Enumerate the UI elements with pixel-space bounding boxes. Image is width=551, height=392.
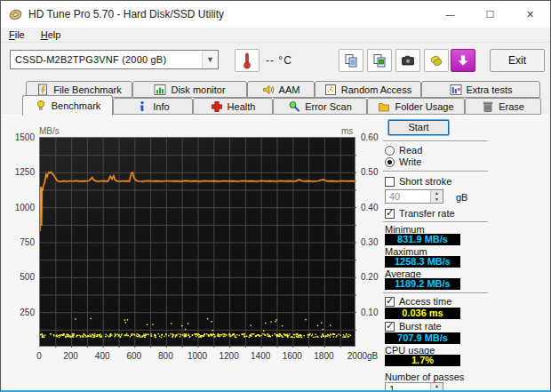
minimize-button[interactable]: — — [430, 1, 470, 28]
temperature-value: -- °C — [266, 54, 292, 67]
checkbox-icon[interactable] — [385, 322, 395, 332]
burst-rate-label: Burst rate — [399, 321, 442, 332]
short-stroke-label: Short stroke — [399, 176, 451, 187]
y-left-unit: MB/s — [39, 126, 60, 136]
toolbar: CSSD-M2B2TPG3VNF (2000 gB) ▼ -- °C — [1, 43, 550, 79]
radio-icon[interactable] — [385, 157, 395, 167]
tab-label: Folder Usage — [395, 101, 453, 112]
start-button[interactable]: Start — [388, 120, 449, 135]
x-axis-tick: 1400 — [251, 351, 270, 361]
tab-extra-tests[interactable]: Extra tests — [421, 81, 540, 98]
chevron-down-icon[interactable]: ▼ — [202, 51, 218, 68]
tab-label: Error Scan — [305, 101, 352, 112]
y-right-tick: 0.60 — [361, 132, 378, 142]
benchmark-icon — [35, 100, 47, 112]
y-right-tick: 0.50 — [361, 167, 378, 177]
access-time-value: 0.036 ms — [385, 308, 460, 319]
temperature-button[interactable] — [235, 49, 260, 72]
save-icon — [429, 53, 443, 68]
read-radio[interactable]: Read — [385, 145, 422, 156]
spinner-down-icon[interactable]: ▼ — [431, 196, 443, 203]
tab-error-scan[interactable]: Error Scan — [273, 98, 367, 115]
spinner-arrows[interactable]: ▲▼ — [430, 190, 443, 203]
y-right-tick: 0.20 — [361, 272, 378, 282]
menu-file[interactable]: File — [1, 28, 33, 42]
minimum-value: 831.9 MB/s — [385, 234, 460, 245]
separator — [383, 292, 488, 294]
tab-aam[interactable]: AAM — [247, 81, 315, 98]
y-left-tick: 750 — [10, 237, 35, 247]
average-value: 1189.2 MB/s — [385, 278, 460, 290]
write-radio[interactable]: Write — [385, 156, 421, 167]
tab-erase[interactable]: Erase — [465, 98, 541, 115]
checkbox-icon[interactable] — [385, 209, 395, 219]
tab-disk-monitor[interactable]: Disk monitor — [132, 81, 247, 98]
tab-folder-usage[interactable]: Folder Usage — [367, 98, 465, 115]
x-axis-tick: 400 — [95, 351, 110, 361]
tab-label: Disk monitor — [171, 84, 225, 95]
burst-rate-value: 707.9 MB/s — [385, 332, 460, 344]
separator — [383, 221, 488, 223]
download-button[interactable] — [451, 49, 475, 72]
transfer-rate-checkbox[interactable]: Transfer rate — [385, 208, 455, 219]
checkbox-icon[interactable] — [385, 177, 395, 187]
menu-help[interactable]: Help — [33, 28, 69, 42]
drive-select-value: CSSD-M2B2TPG3VNF (2000 gB) — [11, 54, 202, 65]
benchmark-chart — [39, 137, 355, 347]
tab-random-access[interactable]: Random Access — [315, 81, 421, 98]
spinner-arrows[interactable]: ▲▼ — [430, 383, 443, 392]
tab-label: Random Access — [341, 84, 411, 95]
y-right-tick: 0.30 — [361, 237, 378, 247]
y-left-tick: 500 — [10, 272, 35, 282]
y-right-unit: ms — [341, 126, 353, 136]
tab-info[interactable]: Info — [113, 98, 193, 115]
short-stroke-size-spinner[interactable]: 40 ▲▼ — [385, 189, 443, 204]
spinner-up-icon[interactable]: ▲ — [431, 383, 443, 389]
tab-label: Info — [153, 101, 169, 112]
screenshot-button[interactable] — [395, 49, 420, 72]
passes-spinner[interactable]: 1 ▲▼ — [385, 382, 443, 392]
y-left-tick: 1000 — [10, 203, 35, 212]
separator — [383, 171, 488, 172]
tab-health[interactable]: Health — [193, 98, 273, 115]
x-axis-tick: 200 — [63, 351, 78, 361]
checkbox-icon[interactable] — [385, 297, 395, 307]
titlebar: HD Tune Pro 5.70 - Hard Disk/SSD Utility… — [1, 1, 550, 28]
thermometer-icon — [242, 52, 252, 69]
cpu-usage-value: 1.7% — [385, 355, 460, 366]
short-stroke-value: 40 — [386, 190, 430, 203]
copy-text-button[interactable] — [339, 49, 363, 72]
camera-icon — [401, 53, 415, 68]
maximize-button[interactable]: ☐ — [470, 1, 510, 28]
spinner-up-icon[interactable]: ▲ — [431, 190, 443, 196]
health-cross-icon — [211, 100, 223, 113]
tab-label: AAM — [279, 84, 300, 95]
transfer-rate-label: Transfer rate — [399, 208, 455, 219]
read-label: Read — [399, 145, 422, 156]
passes-value: 1 — [386, 383, 430, 392]
short-stroke-checkbox[interactable]: Short stroke — [385, 176, 451, 187]
exit-button[interactable]: Exit — [490, 49, 545, 72]
speaker-icon — [262, 84, 275, 96]
x-axis-tick: 1200 — [219, 351, 238, 361]
x-axis-tick: 800 — [158, 351, 173, 361]
access-time-checkbox[interactable]: Access time — [385, 296, 451, 307]
tab-benchmark[interactable]: Benchmark — [22, 95, 113, 116]
magnifier-icon — [288, 100, 300, 113]
app-window: HD Tune Pro 5.70 - Hard Disk/SSD Utility… — [0, 0, 551, 392]
y-left-tick: 1500 — [10, 132, 35, 142]
benchmark-page: MB/sms2505007501000125015000.100.200.300… — [3, 115, 550, 391]
copy-image-icon — [372, 53, 387, 68]
burst-rate-checkbox[interactable]: Burst rate — [385, 321, 442, 332]
copy-image-button[interactable] — [367, 49, 392, 72]
file-benchmark-icon — [36, 84, 49, 96]
disk-monitor-icon — [154, 84, 166, 96]
copy-text-icon — [344, 53, 358, 68]
radio-icon[interactable] — [385, 146, 395, 156]
tab-label: Health — [228, 101, 256, 112]
info-icon — [136, 100, 148, 113]
save-button[interactable] — [424, 49, 449, 72]
close-button[interactable]: ✕ — [510, 1, 550, 28]
drive-select[interactable]: CSSD-M2B2TPG3VNF (2000 gB) ▼ — [10, 50, 219, 69]
app-icon — [9, 8, 22, 21]
